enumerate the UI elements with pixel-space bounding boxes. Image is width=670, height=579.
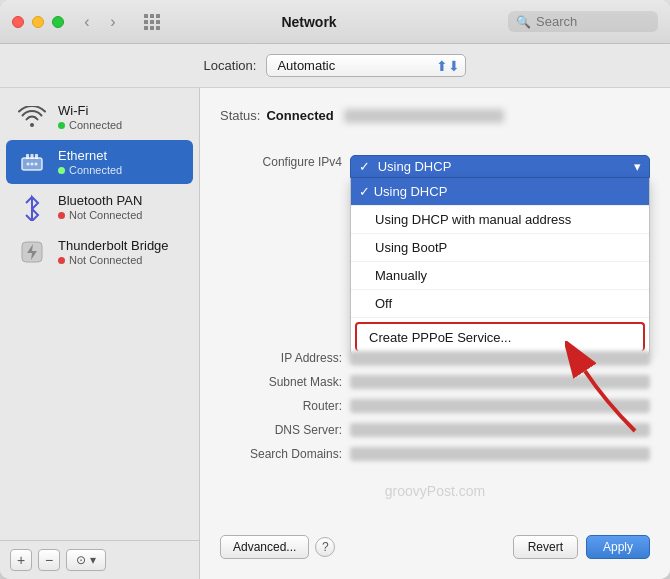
configure-ipv4-label: Configure IPv4	[220, 155, 350, 169]
wifi-status-text: Connected	[69, 119, 122, 131]
search-icon: 🔍	[516, 15, 531, 29]
advanced-section: Advanced... ?	[220, 535, 335, 559]
sidebar-list: Wi-Fi Connected	[0, 88, 199, 540]
check-icon: ✓	[359, 159, 370, 174]
minimize-button[interactable]	[32, 16, 44, 28]
ethernet-status-dot	[58, 167, 65, 174]
bluetooth-icon	[16, 191, 48, 223]
svg-rect-1	[26, 154, 29, 159]
location-label: Location:	[204, 58, 257, 73]
thunderbolt-status-dot	[58, 257, 65, 264]
maximize-button[interactable]	[52, 16, 64, 28]
sidebar-item-wifi[interactable]: Wi-Fi Connected	[6, 95, 193, 139]
ethernet-name: Ethernet	[58, 148, 183, 163]
selected-option-label: ✓ Using DHCP	[359, 159, 451, 174]
grid-dot	[144, 20, 148, 24]
network-preferences-window: ‹ › Network 🔍 Location: Automatic ⬆⬇	[0, 0, 670, 579]
ethernet-icon	[16, 146, 48, 178]
grid-dot	[150, 26, 154, 30]
sidebar-item-ethernet[interactable]: Ethernet Connected	[6, 140, 193, 184]
search-domains-label: Search Domains:	[220, 447, 350, 461]
thunderbolt-status-text: Not Connected	[69, 254, 142, 266]
traffic-lights	[12, 16, 64, 28]
dropdown-option-pppoe[interactable]: Create PPPoE Service...	[355, 322, 645, 351]
svg-point-6	[35, 163, 38, 166]
network-action-button[interactable]: ⊙ ▾	[66, 549, 106, 571]
nav-buttons: ‹ ›	[76, 11, 124, 33]
sidebar-footer: + − ⊙ ▾	[0, 540, 199, 579]
subnet-mask-row: Subnet Mask:	[220, 375, 650, 389]
search-bar[interactable]: 🔍	[508, 11, 658, 32]
configure-ipv4-row: Configure IPv4 ✓ Using DHCP ▾	[220, 151, 650, 341]
dropdown-option-off[interactable]: Off	[351, 290, 649, 318]
configure-ipv4-dropdown-menu: ✓ Using DHCP Using DHCP with manual addr…	[350, 178, 650, 356]
svg-rect-3	[35, 154, 38, 159]
dns-server-field	[350, 423, 650, 437]
action-buttons: Revert Apply	[513, 535, 650, 559]
main-content: Wi-Fi Connected	[0, 88, 670, 579]
sidebar-item-thunderbolt[interactable]: Thunderbolt Bridge Not Connected	[6, 230, 193, 274]
close-button[interactable]	[12, 16, 24, 28]
location-bar: Location: Automatic ⬆⬇	[0, 44, 670, 88]
wifi-name: Wi-Fi	[58, 103, 183, 118]
right-panel: Status: Connected Configure IPv4 ✓	[200, 88, 670, 579]
dropdown-option-manually[interactable]: Manually	[351, 262, 649, 290]
ip-address-row: IP Address:	[220, 351, 650, 365]
window-title: Network	[170, 14, 448, 30]
dns-server-row: DNS Server:	[220, 423, 650, 437]
bluetooth-pan-status-text: Not Connected	[69, 209, 142, 221]
forward-button[interactable]: ›	[102, 11, 124, 33]
status-row: Status: Connected	[220, 108, 650, 123]
help-button[interactable]: ?	[315, 537, 335, 557]
wifi-icon	[16, 101, 48, 133]
dropdown-arrow-icon: ▾	[634, 159, 641, 174]
grid-dot	[150, 14, 154, 18]
dropdown-option-using-dhcp[interactable]: ✓ Using DHCP	[351, 178, 649, 206]
add-network-button[interactable]: +	[10, 549, 32, 571]
bluetooth-pan-status: Not Connected	[58, 209, 183, 221]
search-domains-row: Search Domains:	[220, 447, 650, 461]
status-section: Status: Connected	[220, 108, 650, 123]
wifi-info: Wi-Fi Connected	[58, 103, 183, 131]
dropdown-option-dhcp-manual[interactable]: Using DHCP with manual address	[351, 206, 649, 234]
svg-rect-2	[31, 154, 34, 159]
status-value: Connected	[266, 108, 333, 123]
watermark: groovyPost.com	[200, 483, 670, 499]
grid-dot	[150, 20, 154, 24]
thunderbolt-name: Thunderbolt Bridge	[58, 238, 183, 253]
thunderbolt-status: Not Connected	[58, 254, 183, 266]
dns-server-label: DNS Server:	[220, 423, 350, 437]
config-section: Configure IPv4 ✓ Using DHCP ▾	[220, 151, 650, 471]
router-label: Router:	[220, 399, 350, 413]
subnet-mask-label: Subnet Mask:	[220, 375, 350, 389]
ethernet-info: Ethernet Connected	[58, 148, 183, 176]
dropdown-option-bootp[interactable]: Using BootP	[351, 234, 649, 262]
subnet-mask-field	[350, 375, 650, 389]
bluetooth-pan-info: Bluetooth PAN Not Connected	[58, 193, 183, 221]
thunderbolt-icon	[16, 236, 48, 268]
sidebar-item-bluetooth-pan[interactable]: Bluetooth PAN Not Connected	[6, 185, 193, 229]
ethernet-status-text: Connected	[69, 164, 122, 176]
remove-network-button[interactable]: −	[38, 549, 60, 571]
search-input[interactable]	[536, 14, 650, 29]
router-row: Router:	[220, 399, 650, 413]
wifi-status-dot	[58, 122, 65, 129]
router-field	[350, 399, 650, 413]
panel-footer: Advanced... ? Revert Apply	[220, 525, 650, 559]
bluetooth-pan-status-dot	[58, 212, 65, 219]
grid-dot	[156, 26, 160, 30]
grid-dot	[156, 20, 160, 24]
grid-dot	[144, 26, 148, 30]
search-domains-field	[350, 447, 650, 461]
sidebar: Wi-Fi Connected	[0, 88, 200, 579]
grid-dot	[144, 14, 148, 18]
advanced-button[interactable]: Advanced...	[220, 535, 309, 559]
grid-dot	[156, 14, 160, 18]
apply-button[interactable]: Apply	[586, 535, 650, 559]
back-button[interactable]: ‹	[76, 11, 98, 33]
grid-icon[interactable]	[144, 14, 160, 30]
revert-button[interactable]: Revert	[513, 535, 578, 559]
location-select[interactable]: Automatic	[266, 54, 466, 77]
configure-ipv4-dropdown-trigger[interactable]: ✓ Using DHCP ▾	[350, 155, 650, 178]
status-label: Status:	[220, 108, 260, 123]
